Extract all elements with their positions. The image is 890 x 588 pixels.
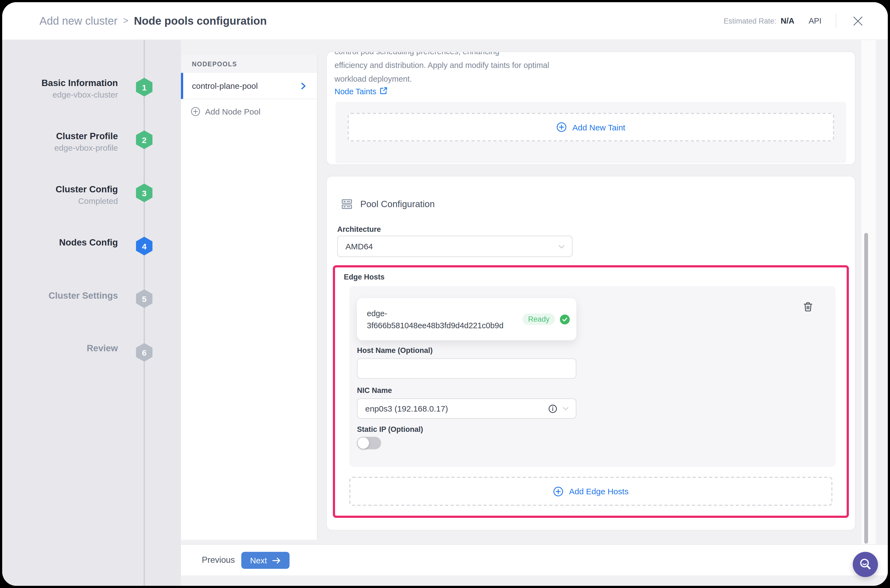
breadcrumb-current: Node pools configuration xyxy=(134,15,266,27)
static-ip-toggle[interactable] xyxy=(357,437,381,449)
wizard-stepper-sidebar: Basic Information edge-vbox-cluster 1 Cl… xyxy=(2,39,181,586)
external-link-icon xyxy=(380,87,388,96)
nodepool-item-control-plane-pool[interactable]: control-plane-pool xyxy=(181,73,317,99)
add-edge-hosts-label: Add Edge Hosts xyxy=(569,487,629,496)
breadcrumb-parent[interactable]: Add new cluster xyxy=(39,15,117,27)
taints-description-line2: efficiency and distribution. Apply and m… xyxy=(335,58,847,72)
edge-host-chip[interactable]: edge- 3f666b581048ee48b3fd9d4d221c0b9d R… xyxy=(357,298,576,340)
app-window: Add new cluster > Node pools configurati… xyxy=(2,2,888,586)
chevron-right-icon xyxy=(299,82,307,90)
arrow-right-icon xyxy=(272,556,281,564)
step-subtitle: edge-vbox-profile xyxy=(54,142,118,154)
pool-configuration-card: Pool Configuration Architecture AMD64 Ed… xyxy=(326,176,855,531)
vertical-scrollbar-track[interactable] xyxy=(861,39,876,544)
pool-configuration-title: Pool Configuration xyxy=(360,199,435,209)
next-button-label: Next xyxy=(250,556,267,565)
vertical-scrollbar-thumb[interactable] xyxy=(864,233,868,544)
step-number-hexagon: 2 xyxy=(136,130,152,149)
edge-host-id: edge- 3f666b581048ee48b3fd9d4d221c0b9d xyxy=(367,307,518,331)
taints-description-clipped-line: control pod scheduling preferences, enha… xyxy=(335,52,847,58)
server-rack-icon xyxy=(341,198,353,210)
magnifier-smile-icon xyxy=(858,557,872,572)
stepper-connector-line xyxy=(144,39,145,586)
node-taints-card: control pod scheduling preferences, enha… xyxy=(326,51,855,165)
edge-host-form-panel: edge- 3f666b581048ee48b3fd9d4d221c0b9d R… xyxy=(349,286,836,467)
next-button[interactable]: Next xyxy=(241,552,290,569)
nodepool-name: control-plane-pool xyxy=(192,81,299,90)
step-title: Review xyxy=(87,342,118,354)
previous-button[interactable]: Previous xyxy=(202,545,235,575)
close-icon[interactable] xyxy=(851,14,865,28)
plus-circle-icon xyxy=(553,486,563,496)
header-divider xyxy=(836,14,836,28)
plus-circle-icon xyxy=(191,106,200,116)
add-node-pool-label: Add Node Pool xyxy=(205,106,260,116)
plus-circle-icon xyxy=(556,122,567,132)
node-taints-doc-link[interactable]: Node Taints xyxy=(335,87,388,96)
api-button[interactable]: API xyxy=(809,16,821,25)
nic-name-label: NIC Name xyxy=(357,386,836,394)
add-edge-hosts-button[interactable]: Add Edge Hosts xyxy=(349,477,833,506)
chevron-down-icon xyxy=(562,405,569,412)
check-circle-icon xyxy=(560,314,570,324)
step-title: Nodes Config xyxy=(59,236,118,248)
edge-hosts-label: Edge Hosts xyxy=(344,273,847,281)
step-number-hexagon: 3 xyxy=(136,184,152,202)
nic-name-value: enp0s3 (192.168.0.17) xyxy=(365,404,448,413)
wizard-header: Add new cluster > Node pools configurati… xyxy=(2,2,888,40)
step-subtitle: Completed xyxy=(56,195,118,207)
edge-host-status: Ready xyxy=(523,314,570,325)
step-title: Cluster Settings xyxy=(48,290,118,302)
header-actions: Estimated Rate: N/A API xyxy=(723,14,888,28)
edge-hosts-highlighted-section: Edge Hosts edge- 3f666b581048ee48b3fd9d4… xyxy=(333,265,849,518)
architecture-label: Architecture xyxy=(337,225,855,234)
chevron-down-icon xyxy=(558,243,565,250)
main-content: control pod scheduling preferences, enha… xyxy=(317,39,888,540)
node-taints-link-label: Node Taints xyxy=(335,87,376,96)
pool-configuration-header: Pool Configuration xyxy=(341,198,855,210)
step-number-hexagon: 1 xyxy=(136,78,152,96)
step-number-hexagon: 6 xyxy=(136,343,152,362)
step-subtitle: edge-vbox-cluster xyxy=(41,89,118,101)
step-number-hexagon: 4 xyxy=(136,237,152,255)
step-number-hexagon: 5 xyxy=(136,290,152,308)
step-title: Basic Information xyxy=(41,77,118,89)
help-chat-button[interactable] xyxy=(853,552,878,577)
estimated-rate-value: N/A xyxy=(780,16,794,25)
estimated-rate: Estimated Rate: N/A xyxy=(723,16,794,25)
nodepools-panel: NODEPOOLS control-plane-pool Add Node Po… xyxy=(181,55,317,540)
breadcrumb-separator-icon: > xyxy=(123,15,129,26)
host-name-input[interactable] xyxy=(357,358,576,379)
breadcrumb: Add new cluster > Node pools configurati… xyxy=(2,15,267,27)
add-new-taint-label: Add New Taint xyxy=(573,123,625,132)
info-icon[interactable] xyxy=(548,404,557,413)
taints-description-line3: workload deployment. xyxy=(335,72,847,86)
static-ip-label: Static IP (Optional) xyxy=(357,425,836,434)
host-name-label: Host Name (Optional) xyxy=(357,346,836,354)
edge-host-id-line1: edge- xyxy=(367,309,387,318)
step-title: Cluster Config xyxy=(56,183,118,195)
toggle-knob xyxy=(358,437,369,449)
nic-name-select[interactable]: enp0s3 (192.168.0.17) xyxy=(357,398,576,418)
status-badge: Ready xyxy=(523,314,555,325)
wizard-footer: Previous Next xyxy=(181,544,888,575)
estimated-rate-label: Estimated Rate: xyxy=(723,17,776,25)
edge-host-id-line2: 3f666b581048ee48b3fd9d4d221c0b9d xyxy=(367,321,504,330)
architecture-select[interactable]: AMD64 xyxy=(337,236,573,257)
taints-list-panel: Add New Taint xyxy=(335,102,846,163)
nodepools-header: NODEPOOLS xyxy=(181,55,317,73)
delete-edge-host-icon[interactable] xyxy=(803,302,813,312)
add-new-taint-button[interactable]: Add New Taint xyxy=(348,113,834,141)
add-node-pool-button[interactable]: Add Node Pool xyxy=(181,99,317,123)
step-title: Cluster Profile xyxy=(54,130,118,142)
architecture-value: AMD64 xyxy=(346,242,373,251)
